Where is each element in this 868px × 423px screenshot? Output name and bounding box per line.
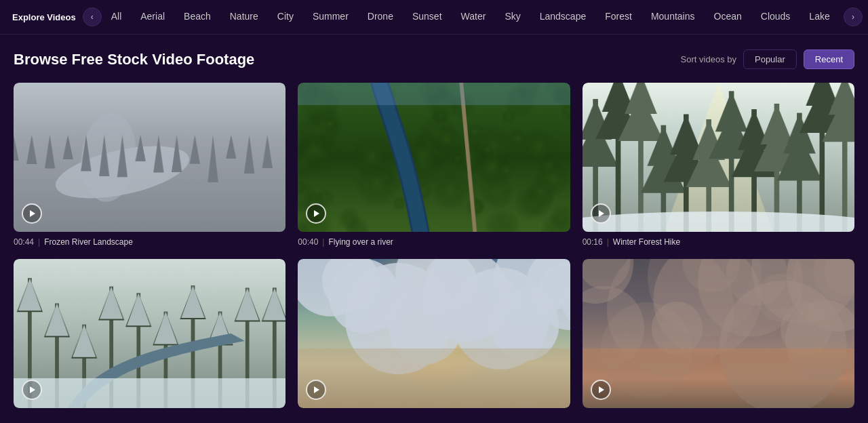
video-duration: 00:16 <box>583 237 603 247</box>
nav-cat-city[interactable]: City <box>268 0 303 35</box>
video-title: Frozen River Landscape <box>44 237 133 247</box>
nav-cat-beach[interactable]: Beach <box>174 0 220 35</box>
nav-cat-mountains[interactable]: Mountains <box>642 0 705 35</box>
video-separator: | <box>38 237 40 247</box>
video-meta: 00:40|Flying over a river <box>298 232 570 247</box>
video-card[interactable]: 00:44|Frozen River Landscape <box>14 83 285 247</box>
nav-cat-aerial[interactable]: Aerial <box>131 0 174 35</box>
video-separator: | <box>322 237 324 247</box>
play-button[interactable] <box>591 203 611 224</box>
video-thumbnail <box>298 259 570 408</box>
video-meta: 00:44|Frozen River Landscape <box>14 232 285 247</box>
video-thumbnail <box>14 83 285 232</box>
video-duration: 00:44 <box>14 237 34 247</box>
video-grid: 00:44|Frozen River Landscape00:40|Flying… <box>14 83 854 408</box>
explore-label: Explore Videos <box>5 12 83 22</box>
top-nav: Explore Videos ‹ AllAerialBeachNatureCit… <box>0 0 868 35</box>
video-title: Flying over a river <box>328 237 393 247</box>
nav-categories: AllAerialBeachNatureCitySummerDroneSunse… <box>102 0 844 35</box>
video-card[interactable]: 00:16|Winter Forest Hike <box>583 83 854 247</box>
video-thumbnail <box>298 83 570 232</box>
video-title: Winter Forest Hike <box>613 237 680 247</box>
nav-cat-ocean[interactable]: Ocean <box>705 0 751 35</box>
nav-cat-nature[interactable]: Nature <box>220 0 268 35</box>
header-row: Browse Free Stock Video Footage Sort vid… <box>14 49 854 69</box>
play-button[interactable] <box>22 203 42 224</box>
play-button[interactable] <box>22 380 42 400</box>
video-card[interactable] <box>298 259 570 408</box>
nav-next-arrow[interactable]: › <box>844 7 863 26</box>
nav-cat-drone[interactable]: Drone <box>358 0 403 35</box>
video-thumbnail <box>14 259 285 408</box>
nav-cat-clouds[interactable]: Clouds <box>751 0 800 35</box>
nav-cat-lake[interactable]: Lake <box>800 0 839 35</box>
play-button[interactable] <box>591 380 611 400</box>
sort-popular-button[interactable]: Popular <box>743 49 797 69</box>
main-content: Browse Free Stock Video Footage Sort vid… <box>0 35 868 422</box>
page-title: Browse Free Stock Video Footage <box>14 51 254 68</box>
nav-prev-arrow[interactable]: ‹ <box>83 7 102 26</box>
nav-cat-water[interactable]: Water <box>452 0 496 35</box>
nav-cat-landscape[interactable]: Landscape <box>530 0 596 35</box>
video-card[interactable] <box>14 259 285 408</box>
video-duration: 00:40 <box>298 237 318 247</box>
nav-cat-sunset[interactable]: Sunset <box>403 0 452 35</box>
nav-cat-summer[interactable]: Summer <box>303 0 358 35</box>
nav-cat-all[interactable]: All <box>102 0 132 35</box>
video-meta: 00:16|Winter Forest Hike <box>583 232 854 247</box>
video-card[interactable]: 00:40|Flying over a river <box>298 83 570 247</box>
sort-controls: Sort videos by Popular Recent <box>681 49 854 69</box>
sort-recent-button[interactable]: Recent <box>804 49 854 69</box>
nav-cat-forest[interactable]: Forest <box>595 0 642 35</box>
video-card[interactable] <box>583 259 854 408</box>
video-thumbnail <box>583 83 854 232</box>
video-thumbnail <box>583 259 854 408</box>
nav-cat-sky[interactable]: Sky <box>495 0 530 35</box>
sort-label: Sort videos by <box>681 54 736 64</box>
video-separator: | <box>607 237 609 247</box>
